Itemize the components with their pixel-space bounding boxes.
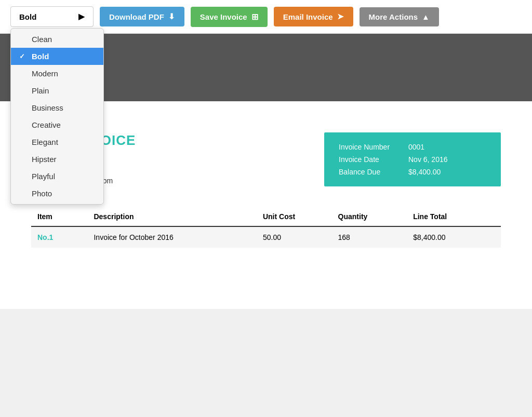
dropdown-item-label: Modern <box>32 69 58 78</box>
dropdown-item-creative[interactable]: Creative <box>11 116 103 133</box>
dropdown-item-photo[interactable]: Photo <box>11 185 103 202</box>
meta-balance-row: Balance Due $8,400.00 <box>339 168 486 176</box>
dropdown-item-modern[interactable]: Modern <box>11 65 103 82</box>
save-invoice-label: Save Invoice <box>200 12 247 21</box>
chevron-right-icon: ▶ <box>78 12 85 21</box>
dropdown-item-label: Photo <box>32 189 52 198</box>
download-pdf-button[interactable]: Download PDF ⬇ <box>100 7 184 26</box>
number-value: 0001 <box>408 143 424 151</box>
dropdown-item-plain[interactable]: Plain <box>11 82 103 99</box>
balance-label: Balance Due <box>339 168 396 176</box>
col-header-line-total: Line Total <box>407 207 501 226</box>
table-header-row: Item Description Unit Cost Quantity Line… <box>31 207 501 226</box>
more-actions-button[interactable]: More Actions ▲ <box>360 7 439 26</box>
meta-date-row: Invoice Date Nov 6, 2016 <box>339 155 486 164</box>
template-selector[interactable]: Bold ▶ Clean✓BoldModernPlainBusinessCrea… <box>10 6 94 27</box>
meta-number-row: Invoice Number 0001 <box>339 143 486 151</box>
check-icon: ✓ <box>19 52 28 60</box>
table-header: Item Description Unit Cost Quantity Line… <box>31 207 501 226</box>
table-body: No.1Invoice for October 201650.00168$8,4… <box>31 226 501 248</box>
date-label: Invoice Date <box>339 155 396 164</box>
col-header-item: Item <box>31 207 87 226</box>
cell-line-total: $8,400.00 <box>407 226 501 248</box>
dropdown-item-label: Creative <box>32 120 61 129</box>
number-label: Invoice Number <box>339 143 396 151</box>
email-invoice-label: Email Invoice <box>283 12 333 21</box>
dropdown-item-label: Hipster <box>32 155 57 164</box>
date-value: Nov 6, 2016 <box>408 155 448 164</box>
template-dropdown-button[interactable]: Bold ▶ <box>10 6 94 27</box>
download-pdf-label: Download PDF <box>109 12 164 21</box>
col-header-unit-cost: Unit Cost <box>257 207 332 226</box>
cell-item: No.1 <box>31 226 87 248</box>
dropdown-item-label: Plain <box>32 86 49 95</box>
toolbar: Bold ▶ Clean✓BoldModernPlainBusinessCrea… <box>0 0 532 34</box>
dropdown-item-label: Business <box>32 103 63 112</box>
dropdown-item-label: Bold <box>32 52 49 61</box>
col-header-description: Description <box>87 207 256 226</box>
save-invoice-button[interactable]: Save Invoice ⊞ <box>191 7 268 27</box>
template-dropdown-menu: Clean✓BoldModernPlainBusinessCreativeEle… <box>10 28 104 205</box>
dropdown-item-label: Playful <box>32 172 55 181</box>
col-header-quantity: Quantity <box>332 207 407 226</box>
dropdown-item-label: Clean <box>32 35 52 44</box>
email-invoice-button[interactable]: Email Invoice ➤ <box>274 7 353 26</box>
dropdown-item-bold[interactable]: ✓Bold <box>11 48 103 65</box>
invoice-table: Item Description Unit Cost Quantity Line… <box>31 207 501 248</box>
invoice-meta-box: Invoice Number 0001 Invoice Date Nov 6, … <box>324 132 501 186</box>
dropdown-item-elegant[interactable]: Elegant <box>11 133 103 151</box>
dropdown-item-clean[interactable]: Clean <box>11 31 103 48</box>
download-icon: ⬇ <box>168 12 175 21</box>
save-icon: ⊞ <box>251 12 258 22</box>
dropdown-item-label: Elegant <box>32 138 58 146</box>
send-icon: ➤ <box>337 12 344 21</box>
more-actions-label: More Actions <box>369 12 418 21</box>
balance-value: $8,400.00 <box>408 168 441 176</box>
cell-quantity: 168 <box>332 226 407 248</box>
cell-unit-cost: 50.00 <box>257 226 332 248</box>
table-row: No.1Invoice for October 201650.00168$8,4… <box>31 226 501 248</box>
template-selected-label: Bold <box>19 12 36 21</box>
dropdown-item-business[interactable]: Business <box>11 99 103 116</box>
caret-icon: ▲ <box>422 12 430 21</box>
dropdown-item-playful[interactable]: Playful <box>11 168 103 185</box>
cell-description: Invoice for October 2016 <box>87 226 256 248</box>
dropdown-item-hipster[interactable]: Hipster <box>11 151 103 168</box>
